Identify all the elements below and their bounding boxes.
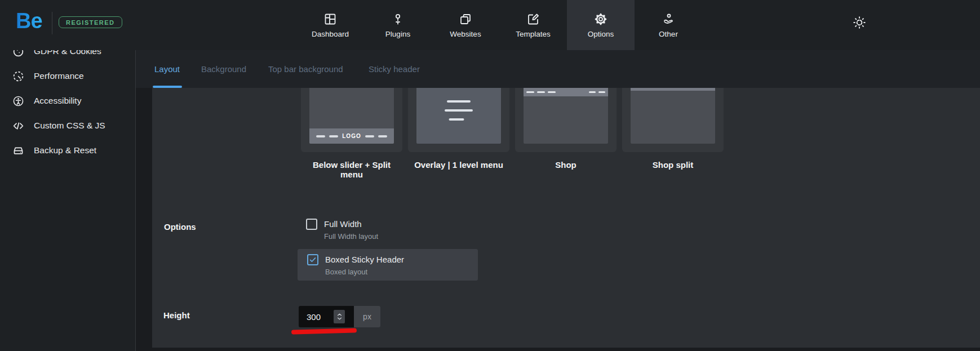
sidebar-item-accessibility[interactable]: Accessibility (0, 88, 135, 113)
code-icon (12, 120, 24, 132)
layout-card-below-slider-split-menu[interactable]: LOGO Below slider + Split menu (301, 88, 402, 179)
support-icon (662, 12, 675, 26)
chevron-up-icon (337, 313, 342, 316)
layout-card-label: Shop (515, 160, 617, 170)
checkbox-sublabel: Boxed layout (325, 268, 404, 276)
sidebar: GDPR & Cookies Performance Accessibility… (0, 0, 135, 351)
nav-label: Other (659, 30, 678, 38)
tab-background[interactable]: Background (201, 50, 246, 88)
topbar: Be REGISTERED Dashboard Plugins Websites (0, 0, 980, 50)
accessibility-icon (12, 95, 24, 107)
options-header-bar: Layout Background Top bar background Sti… (136, 50, 980, 88)
tab-label: Background (201, 64, 246, 74)
layout-card-shop[interactable]: Shop (515, 88, 617, 179)
betheme-options-page: GDPR & Cookies Performance Accessibility… (0, 0, 980, 351)
sidebar-item-label: Backup & Reset (34, 145, 96, 155)
checkbox-label: Boxed Sticky Header (325, 254, 404, 265)
registered-badge: REGISTERED (59, 16, 122, 28)
betheme-logo[interactable]: Be (16, 9, 42, 33)
checkbox-sublabel: Full Width layout (324, 232, 378, 241)
dashboard-icon (323, 12, 337, 26)
plug-icon (391, 12, 405, 26)
tab-layout[interactable]: Layout (154, 50, 180, 88)
tab-label: Top bar background (268, 64, 343, 74)
nav-item-options[interactable]: Options (567, 0, 635, 50)
nav-item-templates[interactable]: Templates (499, 0, 567, 50)
tab-sticky-header[interactable]: Sticky header (369, 50, 420, 88)
sidebar-item-label: Custom CSS & JS (34, 121, 105, 131)
checkbox-unchecked-icon[interactable] (306, 219, 317, 230)
checkbox-full-width[interactable]: Full Width Full Width layout (306, 219, 378, 241)
height-unit-suffix: px (354, 306, 380, 327)
thumbnail-top-strip (631, 88, 715, 91)
nav-label: Websites (450, 30, 481, 38)
websites-icon (459, 12, 472, 26)
tab-label: Sticky header (369, 64, 420, 74)
sidebar-item-backup-reset[interactable]: Backup & Reset (0, 138, 135, 163)
sidebar-item-label: Performance (34, 71, 84, 81)
height-input-value[interactable]: 300 (307, 312, 330, 322)
checkbox-label: Full Width (324, 219, 378, 230)
tab-label: Layout (154, 64, 180, 74)
nav-label: Dashboard (312, 30, 349, 38)
options-section-label: Options (164, 222, 196, 232)
backup-icon (12, 145, 24, 157)
active-tab-underline (153, 86, 182, 88)
templates-icon (526, 12, 540, 26)
nav-item-plugins[interactable]: Plugins (364, 0, 432, 50)
layout-thumbnail: LOGO (301, 88, 402, 152)
sidebar-item-custom-css-js[interactable]: Custom CSS & JS (0, 113, 135, 138)
layout-card-overlay-1-level-menu[interactable]: Overlay | 1 level menu (408, 88, 509, 179)
nav-label: Plugins (385, 30, 410, 38)
thumbnail-menu-bar (524, 88, 608, 96)
checkbox-checked-icon[interactable] (307, 254, 318, 265)
nav-label: Templates (516, 30, 551, 38)
gear-icon (594, 12, 607, 26)
height-section-label: Height (163, 310, 190, 320)
nav-label: Options (588, 30, 614, 38)
logo-divider (52, 12, 52, 34)
chevron-down-icon (337, 317, 342, 320)
layout-card-label: Overlay | 1 level menu (408, 160, 509, 170)
thumbnail-logo-text: LOGO (342, 133, 361, 139)
layout-thumbnail (622, 88, 724, 152)
layout-thumbnail (515, 88, 617, 152)
layout-card-label: Below slider + Split menu (301, 160, 402, 179)
checkbox-boxed-sticky-header[interactable]: Boxed Sticky Header Boxed layout (307, 254, 404, 276)
nav-item-other[interactable]: Other (635, 0, 702, 50)
tab-top-bar-background[interactable]: Top bar background (268, 50, 343, 88)
layout-card-row: LOGO Below slider + Split menu Overlay |… (301, 88, 724, 179)
layout-thumbnail (408, 88, 509, 152)
layout-card-shop-split[interactable]: Shop split (622, 88, 724, 179)
layout-options-panel: LOGO Below slider + Split menu Overlay |… (152, 88, 980, 348)
nav-item-websites[interactable]: Websites (432, 0, 499, 50)
sidebar-item-label: Accessibility (34, 96, 81, 106)
number-stepper[interactable] (334, 310, 345, 323)
sidebar-divider (135, 50, 136, 351)
thumbnail-logo-bar: LOGO (309, 128, 394, 144)
height-input[interactable]: 300 (299, 306, 354, 327)
red-annotation-underline (291, 328, 357, 334)
theme-toggle-sun-icon[interactable] (852, 15, 867, 30)
nav-item-dashboard[interactable]: Dashboard (296, 0, 364, 50)
sidebar-item-performance[interactable]: Performance (0, 64, 135, 88)
layout-card-label: Shop split (622, 160, 724, 170)
performance-icon (12, 70, 24, 82)
